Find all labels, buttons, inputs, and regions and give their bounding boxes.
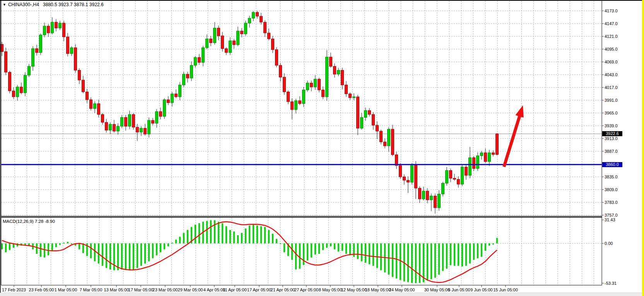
candle [24, 75, 27, 93]
candle [407, 180, 410, 182]
date-tick-label: 17 Apr 05:00 [247, 287, 271, 292]
candle [391, 129, 394, 155]
candle [314, 79, 317, 87]
candle [148, 120, 150, 134]
candle [349, 94, 352, 98]
candle [275, 50, 278, 65]
candle [86, 92, 89, 99]
price-tick-label: 4043.0 [605, 72, 618, 77]
macd-tick-label: 0.00 [605, 241, 613, 246]
date-tick-label: 29 Mar 05:00 [178, 287, 203, 292]
date-tick-label: 15 Jun 05:00 [493, 287, 518, 292]
price-tick-label: 4017.0 [605, 85, 618, 90]
window-bottom-strip [0, 293, 644, 296]
candle [337, 70, 340, 74]
date-tick-label: 27 Apr 05:00 [294, 287, 318, 292]
date-tick-label: 5 Jun 05:00 [448, 287, 470, 292]
candle [113, 124, 116, 131]
candle [78, 70, 81, 80]
date-tick-label: 7 Mar 05:00 [80, 287, 102, 292]
candle [101, 115, 104, 122]
symbol-label: CHINA300-,H4 [8, 2, 39, 7]
candle [318, 79, 321, 90]
candle [183, 74, 185, 85]
candle [372, 115, 375, 125]
ohlc-open: 3880.5 [43, 2, 57, 7]
candle [63, 23, 65, 37]
candle [272, 39, 274, 50]
candle [90, 100, 92, 109]
price-tick-label: 4121.0 [605, 34, 618, 39]
macd-tick-label: 31.43 [605, 217, 615, 222]
price-tick-label: 4173.0 [605, 9, 618, 13]
candle [105, 122, 108, 130]
candle [5, 51, 7, 72]
candle [152, 120, 154, 123]
candle [12, 91, 15, 97]
candle [449, 171, 452, 178]
candle [345, 85, 348, 94]
candle [59, 23, 61, 28]
candle [380, 131, 383, 142]
candle [9, 72, 11, 91]
macd-histogram [2, 220, 497, 283]
date-tick-label: 17 Feb 2023 [2, 287, 26, 292]
candle [28, 66, 31, 75]
candle [20, 87, 23, 93]
date-tick-label: 23 Feb 05:00 [29, 287, 54, 292]
price-tick-label: 3939.0 [605, 123, 618, 128]
candle [465, 167, 468, 176]
candle [434, 196, 437, 208]
candle [159, 111, 162, 116]
price-tick-label: 3991.0 [605, 98, 618, 103]
candle [241, 31, 243, 34]
date-tick-label: 12 May 05:00 [341, 287, 367, 292]
candle [368, 111, 371, 115]
candle [403, 177, 406, 180]
candle [299, 101, 301, 104]
candle [128, 115, 131, 126]
date-tick-label: 13 Mar 05:00 [104, 287, 129, 292]
candle [341, 70, 344, 85]
candle [32, 49, 34, 67]
candle [484, 153, 487, 162]
candle [322, 90, 325, 97]
candle [51, 22, 54, 33]
price-axis: 4173.04147.04121.04095.04069.04043.04017… [602, 9, 618, 217]
candle [167, 100, 170, 103]
candle [47, 26, 50, 33]
candle [202, 48, 205, 62]
candle [36, 49, 38, 53]
macd-indicator-label: MACD(12,26,9) 7.28 -8.90 [3, 219, 55, 224]
price-tick-label: 3835.0 [605, 175, 618, 179]
price-tick-label: 3913.0 [605, 136, 618, 141]
candle [399, 166, 402, 177]
chart-canvas[interactable]: 4173.04147.04121.04095.04069.04043.04017… [0, 0, 644, 296]
ohlc-close: 3922.6 [89, 2, 104, 7]
price-tick-label: 3887.0 [605, 149, 618, 154]
candle [302, 90, 305, 104]
macd-name: MACD(12,26,9) [3, 219, 34, 224]
candle [256, 12, 259, 16]
candle [264, 22, 266, 33]
candle [229, 41, 232, 52]
candle [237, 31, 239, 45]
ohlc-high: 3923.7 [58, 2, 73, 7]
candle [442, 183, 444, 194]
candle [179, 85, 181, 97]
candle [376, 125, 379, 131]
date-tick-label: 21 Apr 05:00 [271, 287, 295, 292]
candle [244, 23, 247, 34]
current-price-tag: 3922.6 [602, 131, 622, 136]
candle [132, 115, 135, 127]
candle [39, 35, 42, 53]
candle [97, 104, 100, 115]
candle [221, 36, 224, 49]
candle [279, 65, 282, 77]
candle [364, 111, 367, 118]
candle [248, 18, 251, 23]
candle [144, 128, 147, 134]
candle [492, 153, 495, 154]
candle [140, 128, 143, 132]
price-tick-label: 4069.0 [605, 60, 618, 64]
